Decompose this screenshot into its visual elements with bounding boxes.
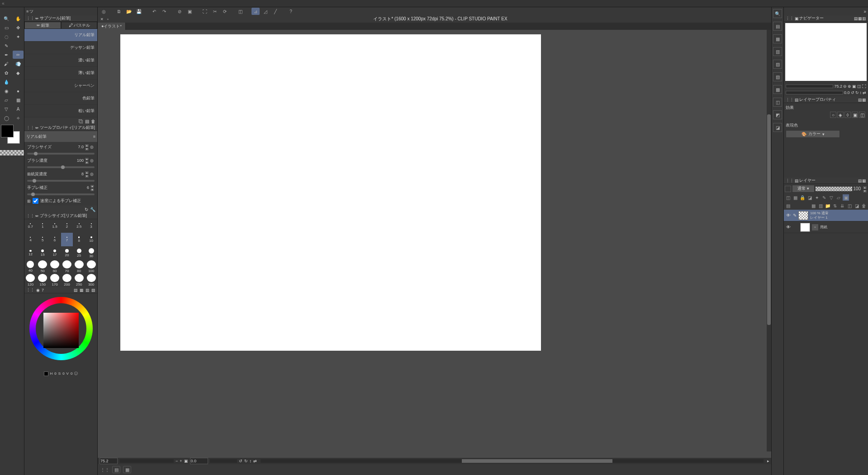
vertical-scrollbar[interactable] [767, 30, 771, 451]
density-value[interactable]: 100 [70, 158, 84, 163]
layer-color-icon[interactable] [785, 186, 791, 192]
nav-icon[interactable]: ▤ [854, 16, 858, 21]
speed-stab-checkbox[interactable] [33, 198, 38, 204]
brush-size-cell-60[interactable]: 60 [49, 260, 61, 273]
paper-stepper[interactable]: ▲▼ [85, 171, 89, 177]
brush-size-cell-70[interactable]: 70 [61, 260, 73, 273]
new-raster-icon[interactable]: ▦ [810, 202, 816, 209]
subtool-item-color-pencil[interactable]: 色鉛筆 [24, 92, 97, 105]
fill-icon[interactable]: ▣ [185, 8, 194, 15]
zoom-input[interactable] [100, 458, 118, 464]
subtool-item-mechanical-pencil[interactable]: シャーペン [24, 80, 97, 92]
collapse-left-icon[interactable]: « [0, 0, 6, 7]
zoom-tool-icon[interactable]: 🔍 [1, 14, 12, 23]
effect-icon[interactable]: ▣ [852, 112, 858, 118]
view-icon[interactable]: ▦ [80, 288, 84, 292]
visibility-icon[interactable]: 👁 [786, 225, 791, 230]
lock-icon[interactable]: ◫ [785, 194, 791, 201]
rail-icon[interactable]: ◪ [773, 123, 782, 132]
brush-size-cell-300[interactable]: 300 [85, 273, 97, 287]
brush-size-cell-10[interactable]: 10 [85, 233, 97, 246]
save-icon[interactable]: 💾 [135, 8, 143, 15]
tab-pencil[interactable]: ✏鉛筆 [24, 22, 61, 29]
crop-icon[interactable]: ✂ [211, 8, 219, 15]
brush-size-cell-15[interactable]: 15 [37, 246, 49, 260]
info-icon[interactable]: ⓘ [74, 371, 78, 376]
brush-tool-icon[interactable]: 🖌 [1, 60, 12, 68]
pressure-icon[interactable]: ◎ [89, 158, 95, 163]
pressure-icon[interactable]: ◎ [89, 144, 95, 150]
border-effect-icon[interactable]: ○ [830, 112, 836, 118]
gradient-tool-icon[interactable]: ● [13, 87, 24, 95]
restore-icon[interactable]: ▫ [107, 17, 109, 22]
blend-tool-icon[interactable]: 💧 [1, 78, 12, 86]
paper-value[interactable]: 8 [70, 172, 84, 176]
icon[interactable]: ▦ [862, 98, 866, 102]
brush-size-cell-40[interactable]: 40 [24, 260, 37, 273]
rail-icon[interactable]: ◩ [773, 110, 782, 119]
brush-size-cell-6[interactable]: 6 [49, 233, 61, 246]
grip-icon[interactable]: ⋮⋮ [26, 288, 34, 292]
subtool-item-real-pencil[interactable]: リアル鉛筆 [24, 29, 97, 42]
flip-icon[interactable]: ⇄ [253, 459, 257, 463]
visibility-icon[interactable]: 👁 [786, 213, 791, 218]
fit-icon[interactable]: ◫ [857, 84, 861, 89]
delete-layer-icon[interactable]: 🗑 [861, 202, 867, 209]
layer-thumbnail[interactable] [798, 211, 808, 220]
apply-mask-icon[interactable]: ◪ [854, 202, 860, 209]
navigator-preview[interactable] [785, 23, 867, 81]
rotate-cw-icon[interactable]: ↻ [855, 90, 859, 95]
canvas[interactable] [120, 34, 541, 351]
zoom-out-icon[interactable]: ⊖ [843, 84, 847, 89]
icon[interactable]: ▱ [835, 194, 842, 201]
brush-size-cell-30[interactable]: 30 [85, 246, 97, 260]
pen-tool-icon[interactable]: ✒ [1, 51, 12, 59]
decoration-tool-icon[interactable]: ✿ [1, 69, 12, 77]
material-icon[interactable]: ▦ [773, 34, 782, 43]
ref-icon[interactable]: ✦ [814, 194, 820, 201]
brush-size-cell-3[interactable]: 3 [85, 219, 97, 233]
brush-size-cell-100[interactable]: 100 [85, 260, 97, 273]
brush-size-cell-7[interactable]: 7 [61, 233, 73, 246]
rotate-ccw-icon[interactable]: ↺ [239, 459, 242, 463]
density-slider[interactable] [27, 166, 95, 168]
doc-tab[interactable]: ● イラスト* [98, 23, 126, 30]
redo-icon[interactable]: ↷ [160, 8, 168, 15]
brush-size-cell-8[interactable]: 8 [73, 233, 85, 246]
snap2-icon[interactable]: ◿ [261, 8, 270, 15]
nav-zoom-slider[interactable] [786, 85, 833, 88]
view-icon[interactable]: ▨ [91, 288, 95, 292]
balloon-tool-icon[interactable]: ◯ [1, 114, 12, 122]
stab-value[interactable]: 6 [76, 185, 89, 190]
airbrush-tool-icon[interactable]: 💨 [13, 60, 24, 68]
color-square[interactable] [43, 313, 79, 348]
fit-icon[interactable]: ▣ [184, 459, 188, 463]
expand-icon[interactable]: ⊞ [27, 199, 31, 203]
stab-slider[interactable] [27, 193, 95, 195]
zoom-slider[interactable] [119, 459, 174, 463]
new-icon[interactable]: ▤ [85, 119, 89, 124]
foreground-color-swatch[interactable] [1, 125, 14, 137]
flip-icon[interactable]: ⇄ [863, 90, 866, 95]
new-vector-icon[interactable]: ▥ [817, 202, 824, 209]
rotate-cw-icon[interactable]: ↻ [244, 459, 248, 463]
clip-studio-icon[interactable]: ◎ [100, 8, 108, 15]
grip-icon[interactable]: ⋮⋮ [786, 16, 794, 21]
snap-icon[interactable]: ⊿ [251, 8, 260, 15]
brush-size-cell-20[interactable]: 20 [61, 246, 73, 260]
icon[interactable]: ▤ [858, 179, 862, 183]
subtool-item-sketch-pencil[interactable]: デッサン鉛筆 [24, 42, 97, 54]
rail-icon[interactable]: ▥ [773, 47, 782, 56]
rotation-input[interactable] [190, 458, 208, 464]
rotate-ccw-icon[interactable]: ↺ [851, 90, 854, 95]
new-layer-icon[interactable]: ▤ [785, 202, 791, 209]
grip-icon[interactable]: ⋮⋮ [26, 16, 34, 21]
clip-icon[interactable]: ◪ [806, 194, 813, 201]
color-wheel[interactable] [29, 297, 93, 360]
open-file-icon[interactable]: 📂 [125, 8, 133, 15]
rgb-icon[interactable]: ◉ [36, 288, 40, 292]
draft-icon[interactable]: ✎ [821, 194, 827, 201]
nav-icon[interactable]: ▥ [862, 16, 866, 21]
grip-icon[interactable]: ⋮⋮ [786, 98, 794, 102]
icon[interactable]: ▤ [858, 98, 862, 102]
